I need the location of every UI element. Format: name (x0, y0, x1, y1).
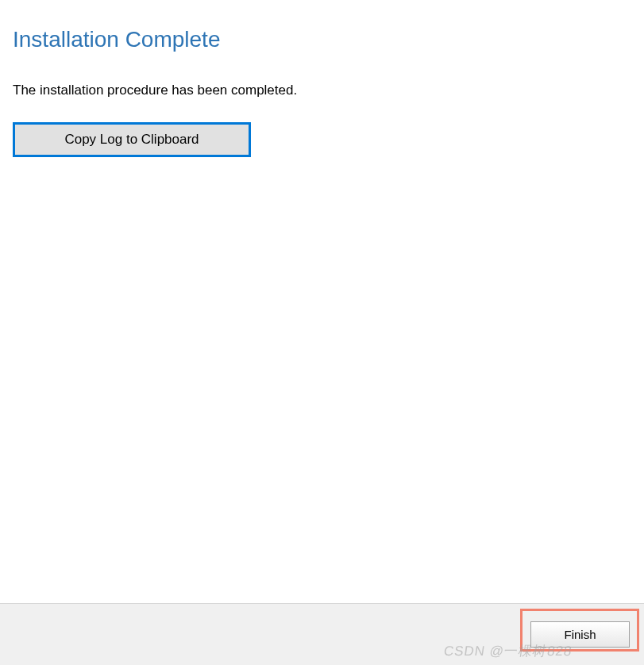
copy-log-button[interactable]: Copy Log to Clipboard (13, 122, 251, 157)
footer-bar: Finish (0, 603, 644, 665)
page-title: Installation Complete (13, 27, 631, 52)
main-content: Installation Complete The installation p… (0, 0, 644, 603)
finish-button[interactable]: Finish (530, 621, 630, 648)
description-text: The installation procedure has been comp… (13, 83, 631, 98)
